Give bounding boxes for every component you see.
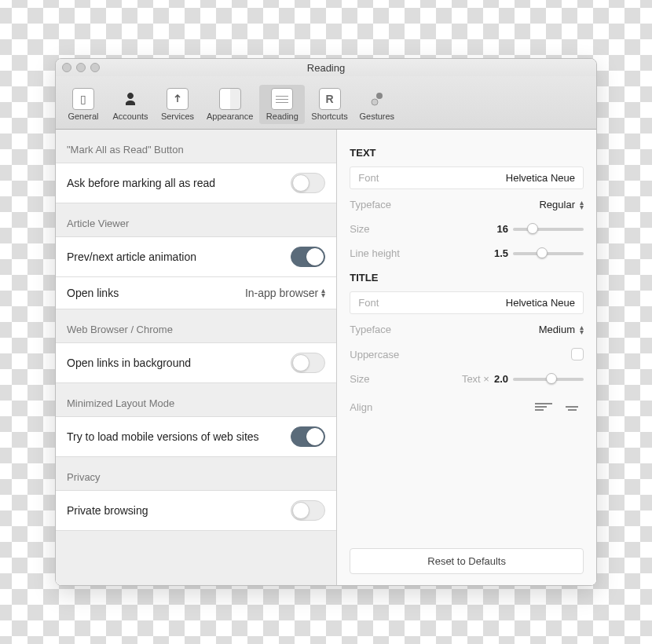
title-group-title: TITLE <box>350 272 584 284</box>
tab-gestures[interactable]: Gestures <box>354 85 400 124</box>
typography-panel: TEXT Font Helvetica Neue Typeface Regula… <box>337 130 596 585</box>
gestures-icon <box>366 88 388 110</box>
text-lineheight-slider[interactable] <box>513 252 584 255</box>
row-open-links-background: Open links in background <box>56 342 336 383</box>
row-ask-before-marking: Ask before marking all as read <box>56 163 336 203</box>
title-align-row: Align <box>350 391 584 423</box>
row-prev-next-animation: Prev/next article animation <box>56 236 336 277</box>
chevron-updown-icon: ▴▾ <box>580 200 584 210</box>
settings-list: "Mark All as Read" Button Ask before mar… <box>56 130 337 585</box>
section-mark-all: "Mark All as Read" Button <box>56 130 336 163</box>
window-title: Reading <box>56 62 596 74</box>
services-icon <box>167 88 189 110</box>
row-mobile-versions: Try to load mobile versions of web sites <box>56 416 336 457</box>
open-links-select[interactable]: In-app browser ▴▾ <box>245 287 325 299</box>
title-uppercase-row: Uppercase <box>350 342 584 367</box>
align-center-button[interactable] <box>560 397 584 416</box>
preferences-toolbar: ▯ General Accounts Services Appearance <box>56 76 596 130</box>
tab-appearance[interactable]: Appearance <box>202 85 258 124</box>
toggle-ask-before-marking[interactable] <box>291 173 325 193</box>
title-font-row[interactable]: Font Helvetica Neue <box>350 291 584 314</box>
tab-general[interactable]: ▯ General <box>60 85 106 124</box>
align-left-button[interactable] <box>532 397 555 416</box>
tab-shortcuts[interactable]: R Shortcuts <box>306 85 352 124</box>
row-private-browsing: Private browsing <box>56 490 336 531</box>
preferences-window: Reading ▯ General Accounts Services Appe… <box>55 58 597 586</box>
toggle-mobile-versions[interactable] <box>291 426 325 447</box>
tab-reading[interactable]: Reading <box>259 85 305 124</box>
section-article-viewer: Article Viewer <box>56 203 336 237</box>
section-privacy: Privacy <box>56 457 336 491</box>
section-minimized: Minimized Layout Mode <box>56 383 336 417</box>
row-open-links[interactable]: Open links In-app browser ▴▾ <box>56 276 336 309</box>
title-size-slider[interactable] <box>513 378 584 381</box>
svg-point-1 <box>372 99 378 105</box>
text-size-slider[interactable] <box>513 228 584 231</box>
uppercase-checkbox[interactable] <box>571 348 584 360</box>
chevron-updown-icon: ▴▾ <box>321 288 325 298</box>
reading-icon <box>271 88 293 110</box>
reset-to-defaults-button[interactable]: Reset to Defaults <box>350 548 584 574</box>
tab-accounts[interactable]: Accounts <box>108 85 153 124</box>
tab-services[interactable]: Services <box>155 85 200 124</box>
titlebar: Reading <box>56 59 596 76</box>
title-typeface-row[interactable]: Typeface Medium ▴▾ <box>350 317 584 342</box>
chevron-updown-icon: ▴▾ <box>580 325 584 335</box>
text-font-value: Helvetica Neue <box>506 172 575 184</box>
text-font-row[interactable]: Font Helvetica Neue <box>350 166 584 189</box>
general-icon: ▯ <box>72 88 94 110</box>
shortcuts-icon: R <box>319 88 341 110</box>
text-lineheight-row: Line height 1.5 <box>350 241 584 265</box>
svg-point-0 <box>376 93 383 99</box>
title-size-row: Size Text × 2.0 <box>350 367 584 391</box>
toggle-prev-next-animation[interactable] <box>291 247 325 267</box>
appearance-icon <box>219 88 241 110</box>
text-group-title: TEXT <box>350 147 584 159</box>
title-font-value: Helvetica Neue <box>506 297 575 309</box>
text-size-row: Size 16 <box>350 217 584 241</box>
toggle-private-browsing[interactable] <box>291 500 325 521</box>
text-typeface-row[interactable]: Typeface Regular ▴▾ <box>350 192 584 217</box>
section-browser: Web Browser / Chrome <box>56 309 336 343</box>
toggle-open-links-background[interactable] <box>291 353 325 373</box>
accounts-icon <box>119 88 141 110</box>
